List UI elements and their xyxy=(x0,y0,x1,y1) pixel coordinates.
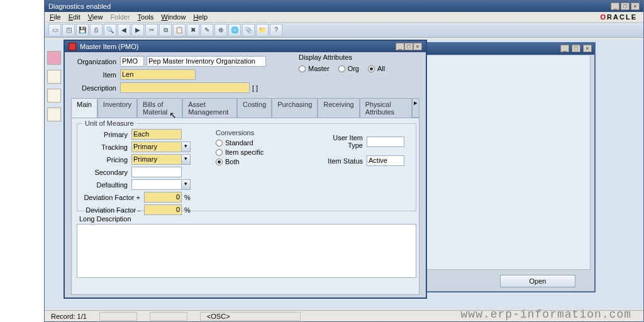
defaulting-field[interactable] xyxy=(131,179,182,190)
tool-find-icon[interactable]: 🔍 xyxy=(104,24,116,36)
radio-item-specific[interactable]: Item specific xyxy=(216,148,264,156)
organization-code-field[interactable]: PMO xyxy=(120,56,144,67)
tool-paste-icon[interactable]: 📋 xyxy=(173,24,186,36)
navigator-body xyxy=(421,55,591,270)
item-status-field[interactable]: Active xyxy=(367,155,404,166)
radio-master[interactable]: Master xyxy=(299,65,330,72)
pct-label-2: % xyxy=(184,206,191,214)
tool-folder-icon[interactable]: 📁 xyxy=(256,24,269,36)
tool-print-icon[interactable]: ⎙ xyxy=(90,24,103,36)
pricing-field[interactable]: Primary xyxy=(131,154,182,165)
tab-phys-attr[interactable]: Physical Attributes xyxy=(360,98,412,118)
radio-all[interactable]: All xyxy=(368,65,385,72)
tab-main[interactable]: Main xyxy=(71,98,97,118)
dev-minus-field[interactable]: 0 xyxy=(144,204,182,215)
tool-nav-prev-icon[interactable]: ◀ xyxy=(118,24,130,36)
radio-both[interactable]: Both xyxy=(216,158,264,165)
strip-icon-2[interactable] xyxy=(47,70,61,84)
workspace: _ □ × Open Master Item (PMO) _ □ × Organ… xyxy=(45,40,643,309)
tool-zoom-icon[interactable]: ⊕ xyxy=(214,24,227,36)
tool-save-icon[interactable]: 💾 xyxy=(76,24,89,36)
user-item-type-field[interactable] xyxy=(367,136,404,147)
brand-logo: ORACLE xyxy=(601,11,637,21)
tool-copy-icon[interactable]: ⧉ xyxy=(159,24,172,36)
tab-receiving[interactable]: Receiving xyxy=(318,98,359,118)
dev-minus-label: Deviation Factor - xyxy=(82,206,144,214)
tab-purchasing[interactable]: Purchasing xyxy=(272,98,318,118)
navigator-window: _ □ × Open xyxy=(416,42,596,292)
master-maximize-icon[interactable]: □ xyxy=(404,43,413,50)
master-item-window: Master Item (PMO) _ □ × Organization PMO… xyxy=(64,40,427,299)
pricing-dropdown-icon[interactable]: ▾ xyxy=(182,154,191,165)
tool-delete-icon[interactable]: ✖ xyxy=(187,24,199,36)
app-titlebar: Diagnostics enabled _ □ × xyxy=(45,1,643,12)
close-icon[interactable]: × xyxy=(631,3,640,10)
primary-field[interactable]: Each xyxy=(131,129,182,140)
tab-bom[interactable]: Bills of Material xyxy=(137,98,182,118)
organization-label: Organization xyxy=(71,58,120,65)
status-cell-1 xyxy=(99,312,137,321)
tracking-field[interactable]: Primary xyxy=(131,142,182,152)
maximize-icon[interactable]: □ xyxy=(621,3,630,10)
dev-plus-field[interactable]: 0 xyxy=(144,192,182,203)
menubar: File Edit View Folder Tools Window Help xyxy=(45,12,643,23)
tab-inventory[interactable]: Inventory xyxy=(97,98,137,118)
secondary-label: Secondary xyxy=(82,169,131,176)
app-title: Diagnostics enabled xyxy=(48,3,111,10)
menu-folder[interactable]: Folder xyxy=(110,13,130,21)
master-item-title: Master Item (PMO) xyxy=(80,43,139,50)
tool-open-icon[interactable]: ◳ xyxy=(62,24,75,36)
strip-icon-1[interactable] xyxy=(47,51,61,65)
menu-edit[interactable]: Edit xyxy=(69,13,80,21)
record-indicator: Record: 1/1 xyxy=(51,313,87,320)
user-item-type-label: User Item Type xyxy=(316,134,367,149)
pricing-label: Pricing xyxy=(82,156,131,164)
master-close-icon[interactable]: × xyxy=(413,43,422,50)
menu-tools[interactable]: Tools xyxy=(138,13,154,21)
master-minimize-icon[interactable]: _ xyxy=(396,43,404,50)
tool-cut-icon[interactable]: ✂ xyxy=(145,24,158,36)
defaulting-dropdown-icon[interactable]: ▾ xyxy=(182,179,191,190)
strip-icon-4[interactable] xyxy=(47,108,61,121)
tab-asset-mgmt[interactable]: Asset Management xyxy=(182,98,237,118)
description-field[interactable] xyxy=(120,82,250,93)
tool-help-icon[interactable]: ? xyxy=(270,24,282,36)
minimize-icon[interactable]: _ xyxy=(611,3,619,10)
menu-window[interactable]: Window xyxy=(161,13,186,21)
item-label: Item xyxy=(71,71,120,79)
strip-icon-3[interactable] xyxy=(47,89,61,103)
nav-minimize-icon[interactable]: _ xyxy=(560,45,569,52)
pct-label: % xyxy=(184,194,191,201)
tracking-dropdown-icon[interactable]: ▾ xyxy=(182,142,191,152)
tab-costing[interactable]: Costing xyxy=(237,98,272,118)
display-attributes-label: Display Attributes xyxy=(299,53,385,61)
oracle-app-icon xyxy=(69,43,76,50)
item-field[interactable]: Len xyxy=(120,69,196,80)
tab-panel-main: Unit of Measure PrimaryEach TrackingPrim… xyxy=(71,118,419,295)
radio-org[interactable]: Org xyxy=(338,65,359,72)
flex-bracket[interactable]: [ ] xyxy=(252,84,258,92)
organization-name-field[interactable]: Pep Master Inventory Organization xyxy=(147,56,266,67)
nav-maximize-icon[interactable]: □ xyxy=(572,45,580,52)
tool-nav-next-icon[interactable]: ▶ xyxy=(131,24,144,36)
watermark: www.erp-information.com xyxy=(461,308,631,321)
radio-standard[interactable]: Standard xyxy=(216,139,264,147)
menu-file[interactable]: File xyxy=(50,13,61,21)
tool-new-icon[interactable]: ▭ xyxy=(48,24,61,36)
nav-close-icon[interactable]: × xyxy=(583,45,592,52)
long-desc-label: Long Description xyxy=(79,215,414,223)
left-toolstrip xyxy=(45,40,64,309)
toolbar: ▭ ◳ 💾 ⎙ 🔍 ◀ ▶ ✂ ⧉ 📋 ✖ ✎ ⊕ 🌐 📎 📁 ? xyxy=(45,23,643,38)
menu-help[interactable]: Help xyxy=(193,13,208,21)
item-status-label: Item Status xyxy=(316,157,367,165)
tool-attach-icon[interactable]: 📎 xyxy=(242,24,255,36)
secondary-field[interactable] xyxy=(131,167,182,177)
long-desc-field[interactable] xyxy=(77,224,416,278)
tab-scroll-right-icon[interactable]: ▸ xyxy=(412,98,419,118)
conversions-label: Conversions xyxy=(216,129,264,136)
primary-label: Primary xyxy=(82,131,131,138)
tool-translate-icon[interactable]: 🌐 xyxy=(228,24,241,36)
open-button[interactable]: Open xyxy=(500,275,575,287)
menu-view[interactable]: View xyxy=(88,13,103,21)
tool-edit-icon[interactable]: ✎ xyxy=(201,24,213,36)
